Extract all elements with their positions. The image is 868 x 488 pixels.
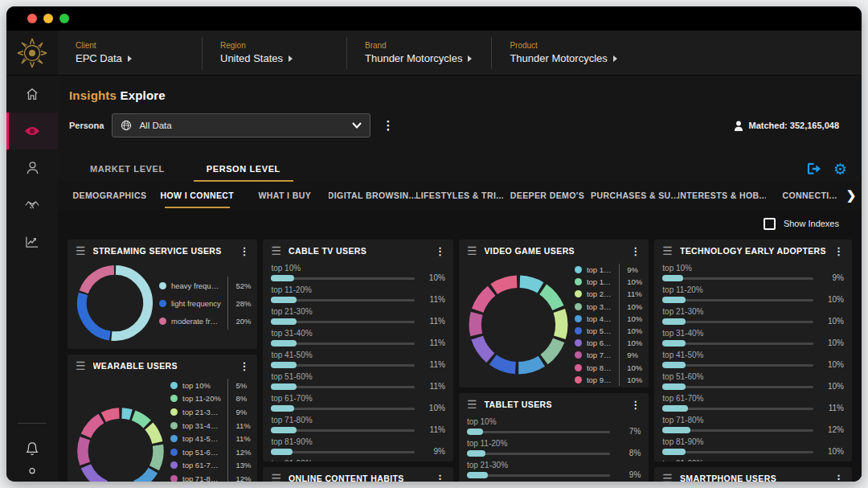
subtab-interests-hobbies[interactable]: INTERESTS & HOB... xyxy=(678,182,766,209)
drag-handle-icon[interactable]: ☰ xyxy=(76,360,86,371)
bar-row: top 81-90%9% xyxy=(271,437,444,456)
donut-segment xyxy=(82,293,110,335)
subtab-deeper-demos[interactable]: DEEPER DEMO'S xyxy=(503,182,591,209)
export-icon xyxy=(807,162,822,175)
tab-market-level[interactable]: MARKET LEVEL xyxy=(69,156,186,182)
persona-options-kebab-icon[interactable]: ⋮ xyxy=(371,118,405,133)
legend-item: moderate frequen... xyxy=(159,312,221,330)
drag-handle-icon[interactable]: ☰ xyxy=(271,245,281,256)
bar-value: 10% xyxy=(820,317,844,326)
drag-handle-icon[interactable]: ☰ xyxy=(271,473,281,482)
bar-value: 12% xyxy=(820,425,844,434)
bar-track xyxy=(271,318,414,325)
zoom-window-button[interactable] xyxy=(59,14,69,23)
page-title: Insights Explore xyxy=(69,88,850,102)
subtabs-scroll-right-icon[interactable]: ❯ xyxy=(842,182,860,209)
bar-pill xyxy=(271,362,297,368)
donut-chart xyxy=(467,273,570,376)
subtab-digital-browsing[interactable]: DIGITAL BROWSIN... xyxy=(329,182,416,209)
bar-pill xyxy=(467,472,488,478)
bar-track xyxy=(662,383,813,390)
level-tabs: MARKET LEVEL PERSON LEVEL ⚙ xyxy=(58,156,862,182)
card-menu-kebab-icon[interactable]: ⋮ xyxy=(239,245,249,257)
subtab-connectivity[interactable]: CONNECTI... xyxy=(766,182,854,209)
legend-item: top 61-70% xyxy=(170,459,221,473)
bar-value: 9% xyxy=(616,470,641,479)
subtab-demographics[interactable]: DEMOGRAPHICS xyxy=(66,182,154,209)
legend-dot xyxy=(159,318,166,325)
selector-region[interactable]: Region United States xyxy=(203,37,347,69)
subtab-purchases[interactable]: PURCHASES & SU... xyxy=(591,182,678,209)
drag-handle-icon[interactable]: ☰ xyxy=(467,399,477,410)
selector-client[interactable]: Client EPC Data xyxy=(58,37,203,69)
legend-dot xyxy=(575,303,582,310)
settings-gear-icon[interactable]: ⚙ xyxy=(833,162,847,177)
selector-value: United States xyxy=(220,52,283,64)
bar-value: 10% xyxy=(820,382,844,391)
card-menu-kebab-icon[interactable]: ⋮ xyxy=(435,473,445,482)
legend-dot xyxy=(575,364,582,371)
bar-row: top 91-99%8% xyxy=(662,459,844,461)
show-indexes-checkbox[interactable] xyxy=(764,218,776,230)
legend-dot xyxy=(170,461,178,469)
drag-handle-icon[interactable]: ☰ xyxy=(76,245,86,256)
close-window-button[interactable] xyxy=(27,14,37,23)
drag-handle-icon[interactable]: ☰ xyxy=(662,473,673,482)
export-button[interactable] xyxy=(807,162,822,175)
bar-row: top 51-60%10% xyxy=(662,372,844,391)
card-menu-kebab-icon[interactable]: ⋮ xyxy=(239,360,249,372)
card-menu-kebab-icon[interactable]: ⋮ xyxy=(833,245,844,257)
card-smartphone-users: ☰SMARTPHONE USERS⋮ xyxy=(654,467,852,482)
selector-product[interactable]: Product Thunder Motorcycles xyxy=(492,37,637,69)
legend-dot xyxy=(170,422,178,429)
selector-value: EPC Data xyxy=(76,52,122,64)
subtab-what-i-buy[interactable]: WHAT I BUY xyxy=(241,182,329,209)
card-menu-kebab-icon[interactable]: ⋮ xyxy=(435,245,445,257)
persona-dropdown[interactable]: All Data xyxy=(112,113,371,137)
selector-label: Client xyxy=(76,41,182,50)
app-window: Client EPC Data Region United States Bra… xyxy=(6,6,862,482)
drag-handle-icon[interactable]: ☰ xyxy=(467,245,477,256)
brand-logo[interactable] xyxy=(6,31,58,75)
sidebar-item-insights[interactable] xyxy=(6,113,58,150)
bar-value: 11% xyxy=(421,317,445,326)
sidebar-item-persona[interactable] xyxy=(6,150,58,187)
selector-brand[interactable]: Brand Thunder Motorcycles xyxy=(347,37,492,69)
minimize-window-button[interactable] xyxy=(43,14,53,23)
legend-item: top 41-50% xyxy=(170,432,221,445)
legend-value: 10% xyxy=(619,313,642,325)
donut-segment xyxy=(83,438,85,464)
bar-pill xyxy=(467,429,483,435)
card-wearable-users: ☰WEARABLE USERS⋮ top 10%5%top 11-20%8%to… xyxy=(68,355,257,482)
bar-track xyxy=(662,427,813,433)
selector-label: Brand xyxy=(365,41,472,50)
legend-value: 11% xyxy=(227,432,251,445)
tab-person-level[interactable]: PERSON LEVEL xyxy=(186,156,301,182)
sidebar-item-notifications[interactable] xyxy=(6,430,58,467)
sidebar-item-trends[interactable] xyxy=(6,223,58,260)
donut-segment xyxy=(154,445,158,468)
page-title-rest: Explore xyxy=(120,88,165,102)
bar-track xyxy=(662,275,813,281)
subtab-how-i-connect[interactable]: HOW I CONNECT xyxy=(154,182,241,209)
drag-handle-icon[interactable]: ☰ xyxy=(662,245,673,256)
legend-item: top 31-40% xyxy=(170,419,221,433)
sidebar-item-home[interactable] xyxy=(6,76,58,113)
donut-legend: heavy frequency52%light frequency28%mode… xyxy=(159,277,251,330)
donut-chart xyxy=(76,406,166,482)
card-menu-kebab-icon[interactable]: ⋮ xyxy=(833,473,844,482)
sidebar-item-partners[interactable] xyxy=(6,187,58,223)
card-menu-kebab-icon[interactable]: ⋮ xyxy=(630,245,641,257)
donut-segment xyxy=(543,289,559,308)
legend-dot xyxy=(170,449,178,456)
donut-legend: top 10%5%top 11-20%8%top 21-30%9%top 31-… xyxy=(170,379,251,482)
sidebar-item-profile[interactable] xyxy=(6,467,58,482)
bar-row: top 91-99%6% xyxy=(271,459,444,461)
legend-value: 12% xyxy=(227,445,251,459)
card-menu-kebab-icon[interactable]: ⋮ xyxy=(630,399,641,411)
bar-label: top 61-70% xyxy=(662,394,844,403)
bar-track xyxy=(271,405,414,412)
subtab-lifestyles[interactable]: LIFESTYLES & TRI... xyxy=(416,182,504,209)
bar-track xyxy=(271,427,414,433)
matched-count-text: Matched: 352,165,048 xyxy=(748,121,839,130)
